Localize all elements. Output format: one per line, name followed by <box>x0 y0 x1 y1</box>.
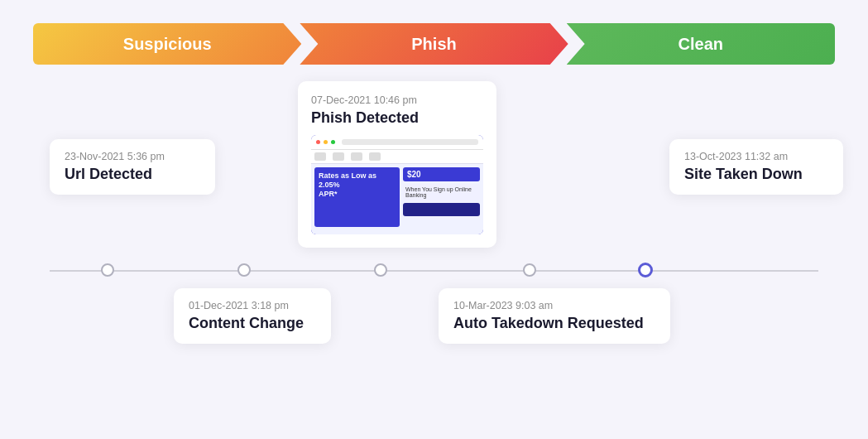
nav-icon-1 <box>314 152 326 161</box>
status-suspicious[interactable]: Suspicious <box>33 23 301 65</box>
phish-detected-timestamp: 07-Dec-2021 10:46 pm <box>311 94 483 106</box>
content-change-title: Content Change <box>189 315 316 332</box>
url-detected-card[interactable]: 23-Nov-2021 5:36 pm Url Detected <box>50 139 215 195</box>
timeline-area: 23-Nov-2021 5:36 pm Url Detected 07-Dec-… <box>0 73 868 388</box>
content-main: Rates as Low as2.05%APR* $20 When You Si… <box>311 164 483 230</box>
promo-box <box>403 203 480 216</box>
timeline-dot-2 <box>237 263 251 277</box>
content-left: Rates as Low as2.05%APR* <box>314 167 400 227</box>
nav-icon-4 <box>369 152 381 161</box>
clean-label: Clean <box>679 35 723 54</box>
suspicious-label: Suspicious <box>123 35 212 54</box>
browser-content: Rates as Low as2.05%APR* $20 When You Si… <box>311 150 483 234</box>
auto-takedown-timestamp: 10-Mar-2023 9:03 am <box>453 300 655 311</box>
auto-takedown-card[interactable]: 10-Mar-2023 9:03 am Auto Takedown Reques… <box>439 288 670 344</box>
status-phish[interactable]: Phish <box>300 23 568 65</box>
browser-nav <box>311 150 483 164</box>
phish-detected-card[interactable]: 07-Dec-2021 10:46 pm Phish Detected <box>298 81 496 248</box>
browser-address-bar <box>342 139 478 145</box>
content-change-timestamp: 01-Dec-2021 3:18 pm <box>189 300 316 311</box>
auto-takedown-title: Auto Takedown Requested <box>453 315 655 332</box>
phish-screenshot: Rates as Low as2.05%APR* $20 When You Si… <box>311 135 483 234</box>
rate-text: Rates as Low as2.05%APR* <box>319 171 396 198</box>
url-detected-timestamp: 23-Nov-2021 5:36 pm <box>65 151 200 162</box>
browser-dot-yellow <box>324 140 328 144</box>
nav-icon-3 <box>351 152 362 161</box>
offer-box: When You Sign up Online Banking <box>403 184 480 200</box>
site-taken-down-card[interactable]: 13-Oct-2023 11:32 am Site Taken Down <box>669 139 843 195</box>
url-detected-title: Url Detected <box>65 166 200 183</box>
content-change-card[interactable]: 01-Dec-2021 3:18 pm Content Change <box>174 288 331 344</box>
browser-dot-red <box>316 140 320 144</box>
timeline-dot-4 <box>523 263 536 277</box>
phish-detected-title: Phish Detected <box>311 109 483 127</box>
timeline-dot-3 <box>374 263 387 277</box>
timeline-dot-5 <box>638 263 653 277</box>
status-clean[interactable]: Clean <box>567 23 835 65</box>
phish-label: Phish <box>411 35 456 54</box>
browser-dot-green <box>331 140 335 144</box>
timeline-line <box>50 270 818 272</box>
status-bar: Suspicious Phish Clean <box>33 23 835 65</box>
site-taken-down-timestamp: 13-Oct-2023 11:32 am <box>684 151 828 162</box>
timeline-dot-1 <box>101 263 114 277</box>
nav-icon-2 <box>333 152 344 161</box>
site-taken-down-title: Site Taken Down <box>684 166 828 183</box>
offer-big: $20 <box>403 167 480 181</box>
browser-bar <box>311 135 483 150</box>
content-right: $20 When You Sign up Online Banking <box>403 167 480 227</box>
